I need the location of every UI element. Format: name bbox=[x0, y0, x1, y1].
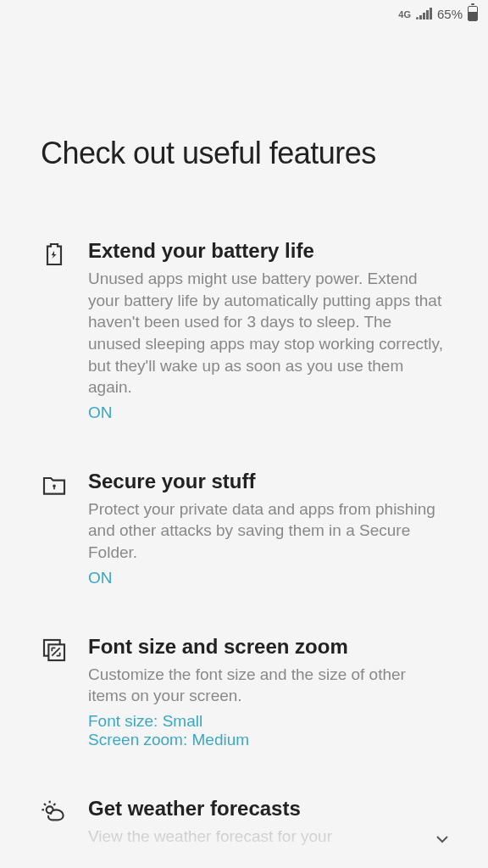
battery-icon bbox=[468, 6, 478, 21]
svg-point-0 bbox=[53, 484, 55, 487]
page-title: Check out useful features bbox=[0, 27, 488, 188]
feature-description: Unused apps might use battery power. Ext… bbox=[88, 268, 447, 398]
feature-status: ON bbox=[88, 403, 447, 422]
feature-title: Get weather forecasts bbox=[88, 797, 447, 821]
feature-title: Font size and screen zoom bbox=[88, 635, 447, 659]
scroll-down-button[interactable] bbox=[432, 829, 452, 853]
feature-title: Extend your battery life bbox=[88, 239, 447, 263]
feature-status: Font size: Small Screen zoom: Medium bbox=[88, 712, 447, 749]
network-4g-icon: 4G bbox=[398, 8, 411, 20]
feature-battery[interactable]: Extend your battery life Unused apps mig… bbox=[41, 239, 447, 422]
feature-weather[interactable]: Get weather forecasts View the weather f… bbox=[41, 797, 447, 848]
feature-font-zoom[interactable]: Font size and screen zoom Customize the … bbox=[41, 635, 447, 749]
features-list: Extend your battery life Unused apps mig… bbox=[0, 188, 488, 848]
feature-description: View the weather forecast for your bbox=[88, 826, 447, 848]
font-zoom-icon bbox=[41, 637, 68, 664]
secure-folder-icon bbox=[41, 471, 68, 498]
signal-icon bbox=[416, 8, 432, 19]
weather-icon bbox=[41, 798, 68, 826]
svg-line-7 bbox=[44, 804, 46, 805]
feature-description: Customize the font size and the size of … bbox=[88, 664, 447, 707]
svg-line-8 bbox=[53, 804, 55, 805]
feature-secure-folder[interactable]: Secure your stuff Protect your private d… bbox=[41, 470, 447, 587]
feature-title: Secure your stuff bbox=[88, 470, 447, 493]
svg-rect-3 bbox=[48, 644, 64, 660]
status-bar: 4G 65% bbox=[0, 0, 488, 27]
feature-status: ON bbox=[88, 569, 447, 587]
feature-description: Protect your private data and apps from … bbox=[88, 498, 447, 564]
battery-percentage: 65% bbox=[437, 7, 463, 21]
battery-recycle-icon bbox=[41, 241, 68, 268]
